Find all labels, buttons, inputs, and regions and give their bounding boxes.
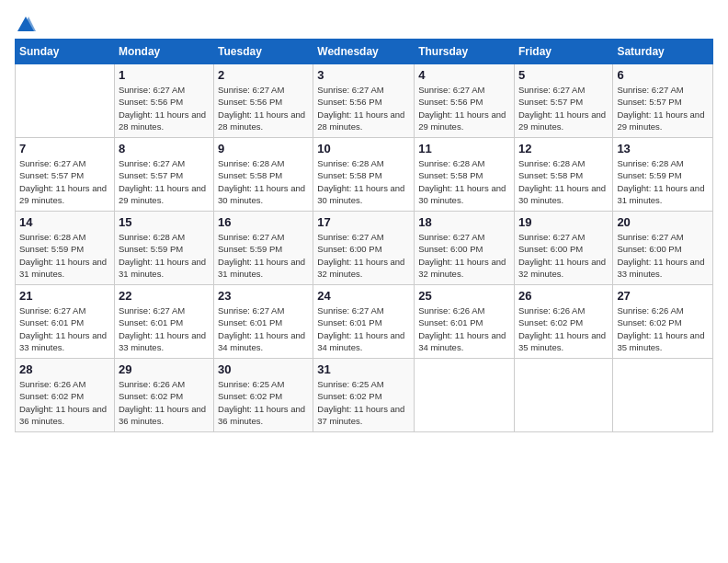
calendar-cell: 26Sunrise: 6:26 AMSunset: 6:02 PMDayligh…	[514, 285, 612, 359]
calendar-cell	[415, 359, 515, 432]
calendar-cell: 21Sunrise: 6:27 AMSunset: 6:01 PMDayligh…	[16, 285, 115, 359]
day-info: Sunrise: 6:27 AMSunset: 6:00 PMDaylight:…	[317, 231, 410, 280]
weekday-header-wednesday: Wednesday	[313, 40, 415, 64]
day-info: Sunrise: 6:26 AMSunset: 6:02 PMDaylight:…	[119, 378, 210, 427]
weekday-header-friday: Friday	[514, 40, 612, 64]
day-info: Sunrise: 6:27 AMSunset: 5:56 PMDaylight:…	[317, 84, 410, 132]
day-number: 19	[518, 215, 609, 229]
calendar-cell: 15Sunrise: 6:28 AMSunset: 5:59 PMDayligh…	[114, 212, 213, 285]
day-number: 26	[518, 289, 609, 303]
calendar-cell	[613, 359, 713, 432]
day-number: 7	[19, 142, 110, 155]
day-number: 8	[119, 142, 210, 155]
day-number: 25	[418, 289, 510, 303]
calendar-cell: 29Sunrise: 6:26 AMSunset: 6:02 PMDayligh…	[114, 359, 213, 432]
calendar-cell: 2Sunrise: 6:27 AMSunset: 5:56 PMDaylight…	[214, 64, 313, 138]
weekday-header-monday: Monday	[114, 40, 213, 64]
day-info: Sunrise: 6:27 AMSunset: 5:59 PMDaylight:…	[218, 231, 309, 280]
calendar-cell: 9Sunrise: 6:28 AMSunset: 5:58 PMDaylight…	[214, 138, 313, 212]
calendar-cell: 25Sunrise: 6:26 AMSunset: 6:01 PMDayligh…	[415, 285, 515, 359]
day-info: Sunrise: 6:28 AMSunset: 5:58 PMDaylight:…	[317, 157, 410, 206]
day-info: Sunrise: 6:25 AMSunset: 6:02 PMDaylight:…	[317, 378, 410, 427]
day-number: 20	[617, 215, 709, 229]
logo	[15, 15, 36, 31]
calendar-cell: 24Sunrise: 6:27 AMSunset: 6:01 PMDayligh…	[313, 285, 415, 359]
calendar-cell: 4Sunrise: 6:27 AMSunset: 5:56 PMDaylight…	[415, 64, 515, 138]
day-number: 15	[119, 215, 210, 229]
calendar-cell: 31Sunrise: 6:25 AMSunset: 6:02 PMDayligh…	[313, 359, 415, 432]
calendar-cell: 8Sunrise: 6:27 AMSunset: 5:57 PMDaylight…	[114, 138, 213, 212]
day-info: Sunrise: 6:26 AMSunset: 6:02 PMDaylight:…	[518, 304, 609, 353]
day-info: Sunrise: 6:25 AMSunset: 6:02 PMDaylight:…	[218, 378, 309, 427]
day-info: Sunrise: 6:28 AMSunset: 5:58 PMDaylight:…	[218, 157, 309, 206]
calendar-table: SundayMondayTuesdayWednesdayThursdayFrid…	[15, 39, 713, 432]
day-info: Sunrise: 6:27 AMSunset: 5:57 PMDaylight:…	[617, 84, 709, 132]
calendar-cell: 14Sunrise: 6:28 AMSunset: 5:59 PMDayligh…	[16, 212, 115, 285]
calendar-cell: 20Sunrise: 6:27 AMSunset: 6:00 PMDayligh…	[613, 212, 713, 285]
day-number: 21	[19, 289, 110, 303]
calendar-cell: 3Sunrise: 6:27 AMSunset: 5:56 PMDaylight…	[313, 64, 415, 138]
day-number: 27	[617, 289, 709, 303]
day-number: 31	[317, 362, 410, 376]
day-info: Sunrise: 6:27 AMSunset: 6:01 PMDaylight:…	[317, 304, 410, 353]
day-number: 3	[317, 68, 410, 82]
calendar-cell: 28Sunrise: 6:26 AMSunset: 6:02 PMDayligh…	[16, 359, 115, 432]
day-info: Sunrise: 6:28 AMSunset: 5:59 PMDaylight:…	[617, 157, 709, 206]
calendar-cell: 11Sunrise: 6:28 AMSunset: 5:58 PMDayligh…	[415, 138, 515, 212]
day-info: Sunrise: 6:27 AMSunset: 5:56 PMDaylight:…	[119, 84, 210, 132]
calendar-cell: 10Sunrise: 6:28 AMSunset: 5:58 PMDayligh…	[313, 138, 415, 212]
day-number: 14	[19, 215, 110, 229]
calendar-cell: 12Sunrise: 6:28 AMSunset: 5:58 PMDayligh…	[514, 138, 612, 212]
calendar-cell	[514, 359, 612, 432]
day-number: 24	[317, 289, 410, 303]
day-info: Sunrise: 6:27 AMSunset: 5:57 PMDaylight:…	[19, 157, 110, 206]
day-info: Sunrise: 6:27 AMSunset: 6:01 PMDaylight:…	[119, 304, 210, 353]
day-number: 28	[19, 362, 110, 376]
calendar-cell	[16, 64, 115, 138]
day-info: Sunrise: 6:27 AMSunset: 5:57 PMDaylight:…	[119, 157, 210, 206]
day-number: 16	[218, 215, 309, 229]
day-number: 10	[317, 142, 410, 155]
day-number: 2	[218, 68, 309, 82]
calendar-cell: 19Sunrise: 6:27 AMSunset: 6:00 PMDayligh…	[514, 212, 612, 285]
calendar-cell: 7Sunrise: 6:27 AMSunset: 5:57 PMDaylight…	[16, 138, 115, 212]
calendar-cell: 13Sunrise: 6:28 AMSunset: 5:59 PMDayligh…	[613, 138, 713, 212]
day-info: Sunrise: 6:26 AMSunset: 6:02 PMDaylight:…	[617, 304, 709, 353]
day-info: Sunrise: 6:26 AMSunset: 6:02 PMDaylight:…	[19, 378, 110, 427]
calendar-cell: 1Sunrise: 6:27 AMSunset: 5:56 PMDaylight…	[114, 64, 213, 138]
day-info: Sunrise: 6:26 AMSunset: 6:01 PMDaylight:…	[418, 304, 510, 353]
calendar-cell: 18Sunrise: 6:27 AMSunset: 6:00 PMDayligh…	[415, 212, 515, 285]
day-number: 23	[218, 289, 309, 303]
weekday-header-sunday: Sunday	[16, 40, 115, 64]
day-number: 6	[617, 68, 709, 82]
weekday-header-tuesday: Tuesday	[214, 40, 313, 64]
calendar-cell: 22Sunrise: 6:27 AMSunset: 6:01 PMDayligh…	[114, 285, 213, 359]
day-number: 18	[418, 215, 510, 229]
day-info: Sunrise: 6:27 AMSunset: 5:57 PMDaylight:…	[518, 84, 609, 132]
day-number: 1	[119, 68, 210, 82]
day-info: Sunrise: 6:27 AMSunset: 6:00 PMDaylight:…	[617, 231, 709, 280]
day-info: Sunrise: 6:27 AMSunset: 5:56 PMDaylight:…	[418, 84, 510, 132]
day-number: 17	[317, 215, 410, 229]
day-number: 4	[418, 68, 510, 82]
logo-icon	[16, 15, 36, 35]
day-info: Sunrise: 6:27 AMSunset: 5:56 PMDaylight:…	[218, 84, 309, 132]
calendar-cell: 6Sunrise: 6:27 AMSunset: 5:57 PMDaylight…	[613, 64, 713, 138]
weekday-header-thursday: Thursday	[415, 40, 515, 64]
calendar-cell: 16Sunrise: 6:27 AMSunset: 5:59 PMDayligh…	[214, 212, 313, 285]
day-number: 22	[119, 289, 210, 303]
day-number: 30	[218, 362, 309, 376]
day-info: Sunrise: 6:28 AMSunset: 5:58 PMDaylight:…	[418, 157, 510, 206]
calendar-cell: 23Sunrise: 6:27 AMSunset: 6:01 PMDayligh…	[214, 285, 313, 359]
calendar-cell: 30Sunrise: 6:25 AMSunset: 6:02 PMDayligh…	[214, 359, 313, 432]
day-number: 29	[119, 362, 210, 376]
weekday-header-saturday: Saturday	[613, 40, 713, 64]
day-info: Sunrise: 6:27 AMSunset: 6:00 PMDaylight:…	[518, 231, 609, 280]
day-number: 11	[418, 142, 510, 155]
page-header	[15, 15, 713, 31]
calendar-cell: 27Sunrise: 6:26 AMSunset: 6:02 PMDayligh…	[613, 285, 713, 359]
day-info: Sunrise: 6:27 AMSunset: 6:00 PMDaylight:…	[418, 231, 510, 280]
day-number: 9	[218, 142, 309, 155]
day-info: Sunrise: 6:28 AMSunset: 5:58 PMDaylight:…	[518, 157, 609, 206]
day-number: 13	[617, 142, 709, 155]
